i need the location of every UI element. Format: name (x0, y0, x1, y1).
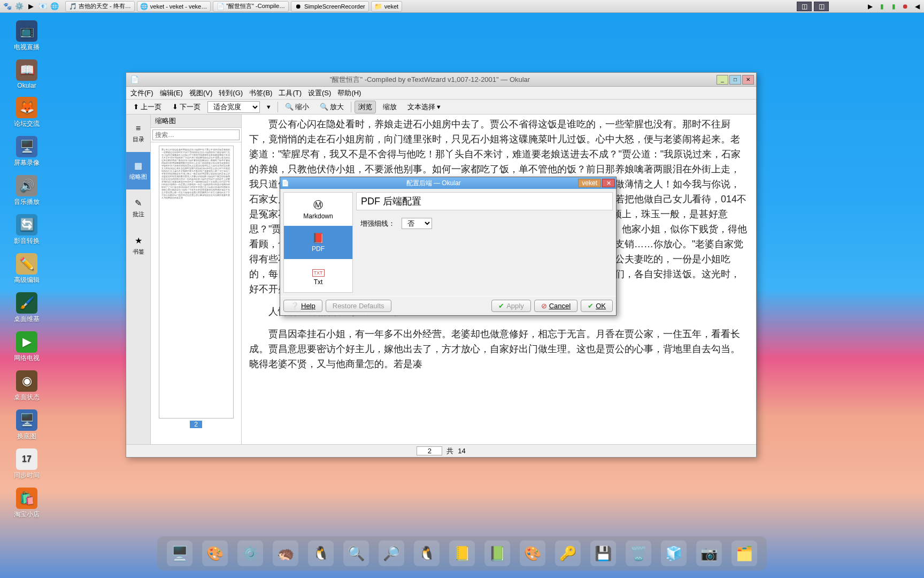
tray-battery-icon[interactable]: ▮ (877, 2, 887, 11)
dock-item[interactable]: 🗑️ (626, 541, 651, 566)
taskbar-task[interactable]: 🎵吉他的天空 - 终有… (65, 1, 135, 12)
menu-item[interactable]: 文件(F) (130, 88, 153, 98)
desktop-icon[interactable]: ▶网络电视 (5, 331, 48, 363)
okular-titlebar[interactable]: 📄 "醒世恒言" -Compiled by eTextWizard v1,007… (126, 73, 756, 87)
dock-item[interactable]: 🗂️ (732, 541, 757, 566)
menu-item[interactable]: 工具(T) (279, 88, 302, 98)
tray-network-icon[interactable]: ▮ (889, 2, 898, 11)
browse-tool-button[interactable]: 浏览 (355, 101, 376, 113)
thumbnail-title: 缩略图 (151, 115, 241, 128)
desktop-icon-label: 电视直播 (14, 43, 40, 52)
menu-item[interactable]: 转到(G) (219, 88, 243, 98)
desktop-icon[interactable]: 🦊论坛交流 (5, 97, 48, 128)
menu-item[interactable]: 帮助(H) (337, 88, 361, 98)
help-button[interactable]: ❔Help (283, 300, 322, 312)
okular-app-icon: 📄 (129, 74, 140, 85)
dialog-close-button[interactable]: ✕ (602, 179, 615, 187)
desktop-icon[interactable]: 🔊音乐播放 (5, 175, 48, 207)
tray-record-icon[interactable]: ⏺ (900, 2, 910, 11)
dock-item[interactable]: 📒 (449, 541, 475, 566)
zoom-dropdown-button[interactable]: ▾ (263, 101, 274, 112)
minimize-button[interactable]: _ (717, 75, 728, 85)
desktop-icon[interactable]: 📖Okular (5, 59, 48, 89)
tray-workspace-icon[interactable]: ◫ (814, 2, 829, 11)
launcher-icon[interactable]: ▶ (26, 1, 36, 12)
menu-item[interactable]: 编辑(E) (160, 88, 183, 98)
side-tab[interactable]: ≡目录 (126, 115, 150, 152)
dock-item[interactable]: 🖥️ (167, 541, 192, 566)
menu-item[interactable]: 书签(B) (249, 88, 272, 98)
desktop-icon[interactable]: 🛍️淘宝小店 (5, 488, 48, 519)
zoom-out-button[interactable]: 🔍缩小 (281, 101, 313, 113)
launcher-icon[interactable]: 🐾 (2, 1, 13, 12)
apply-button[interactable]: ✔Apply (491, 300, 531, 312)
dock-item[interactable]: 🐧 (414, 541, 440, 566)
text-select-button[interactable]: 文本选择 ▾ (404, 101, 444, 113)
current-page-input[interactable] (417, 446, 442, 455)
tray-icon[interactable]: ▶ (865, 2, 875, 11)
dock-item[interactable]: 🐧 (308, 541, 334, 566)
launcher-icon[interactable]: ⚙️ (14, 1, 25, 12)
dock-item[interactable]: 🧊 (661, 541, 687, 566)
dock-item[interactable]: ⚙️ (237, 541, 263, 566)
dock-item[interactable]: 📷 (696, 541, 722, 566)
desktop-icon[interactable]: 🖌️桌面维基 (5, 292, 48, 324)
desktop-icon[interactable]: 📺电视直播 (5, 20, 48, 52)
zoom-in-button[interactable]: 🔍放大 (316, 101, 348, 113)
menu-item[interactable]: 设置(S) (308, 88, 331, 98)
side-tab[interactable]: ★书签 (126, 227, 150, 264)
dock-item[interactable]: 🎨 (202, 541, 228, 566)
search-input[interactable] (152, 130, 240, 140)
desktop-icon[interactable]: 🖥️换底图 (5, 409, 48, 441)
desktop-icon[interactable]: ◉桌面状态 (5, 370, 48, 402)
menu-item[interactable]: 视图(V) (189, 88, 212, 98)
format-item[interactable]: 📕PDF (284, 226, 352, 259)
separator (278, 102, 278, 112)
desktop-icon-image: 🖥️ (16, 136, 37, 157)
next-page-button[interactable]: ⬇下一页 (168, 101, 204, 113)
scale-tool-button[interactable]: 缩放 (379, 101, 401, 113)
page-of-label: 共 (446, 446, 453, 456)
cancel-button[interactable]: ⊘Cancel (534, 300, 578, 312)
maximize-button[interactable]: □ (729, 75, 741, 85)
desktop-icon-image: 🖌️ (16, 292, 37, 314)
tray-workspace-icon[interactable]: ◫ (797, 2, 812, 11)
desktop-icon[interactable]: 🔄影音转换 (5, 214, 48, 246)
thumbnail-page[interactable]: 贾公有心闪在隐处看时养娘走进石小姐房中去了贾公不省得这饭是谁吃的一些荤腥也没有那… (159, 146, 234, 419)
dock-item[interactable]: 🎨 (520, 541, 545, 566)
launcher-icon[interactable]: 🌐 (49, 1, 60, 12)
close-button[interactable]: ✕ (742, 75, 754, 85)
dialog-titlebar[interactable]: 📄 配置后端 — Okular veket ✕ (280, 177, 616, 189)
dock-item[interactable]: 📗 (484, 541, 510, 566)
dock-item[interactable]: 🔑 (555, 541, 581, 566)
ok-button[interactable]: ✔OK (581, 300, 613, 312)
desktop-icon[interactable]: ✏️高级编辑 (5, 253, 48, 285)
zoom-select[interactable]: 适合宽度 (207, 101, 260, 113)
format-label: Markdown (303, 212, 333, 220)
dock-item[interactable]: 🔎 (379, 541, 404, 566)
thumbnail-preview: 贾公有心闪在隐处看时养娘走进石小姐房中去了贾公不省得这饭是谁吃的一些荤腥也没有那… (161, 148, 231, 199)
taskbar-tray: ◫ ◫ ▶ ▮ ▮ ⏺ ◀ (797, 2, 922, 11)
taskbar-task[interactable]: 🌐veket - veket - veke… (137, 1, 211, 12)
dock-item[interactable]: 🔍 (343, 541, 369, 566)
format-item[interactable]: ⓂMarkdown (284, 193, 352, 226)
zoom-in-icon: 🔍 (320, 103, 328, 111)
dock-item[interactable]: 🦔 (273, 541, 298, 566)
tray-expand-icon[interactable]: ◀ (912, 2, 922, 11)
restore-defaults-button[interactable]: Restore Defaults (326, 300, 391, 312)
launcher-icon[interactable]: 📧 (37, 1, 48, 12)
taskbar-task[interactable]: 📁veket (371, 1, 402, 12)
prev-page-button[interactable]: ⬆上一页 (129, 101, 165, 113)
total-pages: 14 (458, 447, 465, 455)
desktop-icon[interactable]: 17同步时间 (5, 448, 48, 480)
dock-item[interactable]: 💾 (590, 541, 616, 566)
thumbnail-area[interactable]: 贾公有心闪在隐处看时养娘走进石小姐房中去了贾公不省得这饭是谁吃的一些荤腥也没有那… (151, 142, 241, 444)
thin-lines-select[interactable]: 否 (402, 218, 432, 229)
side-tab[interactable]: ▦缩略图 (126, 152, 150, 189)
window-controls: _ □ ✕ (717, 75, 756, 85)
taskbar-task[interactable]: 📄"醒世恒言" -Compile… (213, 1, 289, 12)
taskbar-task[interactable]: ⏺SimpleScreenRecorder (291, 1, 369, 12)
desktop-icon[interactable]: 🖥️屏幕录像 (5, 136, 48, 168)
side-tab[interactable]: ✎批注 (126, 189, 150, 227)
format-item[interactable]: TXTTxt (284, 259, 352, 292)
